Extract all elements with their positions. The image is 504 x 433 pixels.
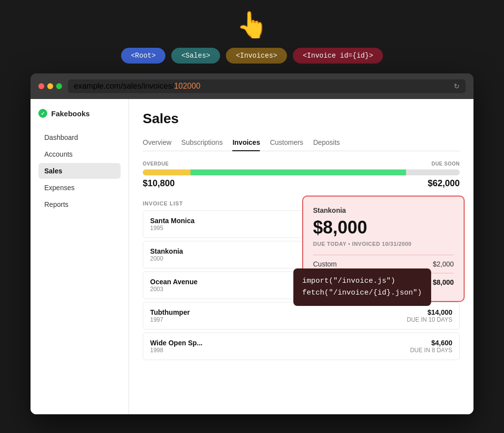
invoice-amount: $4,600 — [410, 339, 452, 347]
address-bar[interactable]: example.com/sales/invoices/102000 ↻ — [68, 79, 466, 93]
browser-window: example.com/sales/invoices/102000 ↻ ✓ Fa… — [31, 73, 473, 414]
invoice-amount: $14,000 — [407, 308, 452, 316]
invoice-name: Wide Open Sp... — [150, 339, 202, 347]
code-tooltip: import("/invoice.js") fetch("/invoice/{i… — [293, 268, 431, 306]
detail-amount: $8,000 — [313, 217, 454, 238]
page-title: Sales — [143, 111, 460, 127]
tab-overview[interactable]: Overview — [143, 134, 171, 151]
progress-amounts: $10,800 $62,000 — [143, 178, 460, 189]
breadcrumb-invoice-id[interactable]: <Invoice id={id}> — [293, 48, 383, 64]
overdue-label: OVERDUE — [143, 161, 169, 167]
sidebar-item-reports[interactable]: Reports — [38, 197, 121, 212]
invoice-name: Tubthumper — [150, 308, 190, 316]
browser-chrome: example.com/sales/invoices/102000 ↻ — [31, 73, 473, 99]
invoice-status: DUE IN 10 DAYS — [407, 316, 452, 323]
address-normal: example.com/sales/invoices/ — [74, 82, 174, 90]
invoice-year: 1997 — [150, 316, 190, 323]
traffic-light-minimize[interactable] — [47, 83, 53, 89]
sidebar-item-expenses[interactable]: Expenses — [38, 180, 121, 196]
logo-text: Fakebooks — [51, 109, 90, 118]
progress-bar-track — [143, 169, 460, 175]
breadcrumb-root[interactable]: <Root> — [121, 48, 165, 64]
invoice-name: Ocean Avenue — [150, 278, 197, 286]
reload-icon[interactable]: ↻ — [454, 82, 460, 90]
traffic-lights — [38, 83, 62, 89]
progress-section: OVERDUE DUE SOON $10,800 $62,000 — [143, 161, 460, 189]
code-line-2: fetch("/invoice/{id}.json") — [302, 287, 422, 299]
progress-bar-due — [190, 169, 406, 175]
due-soon-amount: $62,000 — [428, 178, 460, 189]
logo-icon: ✓ — [38, 109, 47, 118]
tab-deposits[interactable]: Deposits — [313, 134, 340, 151]
invoice-detail-panel: Stankonia $8,000 DUE TODAY • INVOICED 10… — [302, 196, 465, 302]
tabs: Overview Subscriptions Invoices Customer… — [143, 134, 460, 151]
invoice-list-section: INVOICE LIST Santa Monica 1995 $10,800 O… — [143, 200, 460, 360]
sidebar-logo: ✓ Fakebooks — [38, 109, 121, 118]
invoice-item-tubthumper[interactable]: Tubthumper 1997 $14,000 DUE IN 10 DAYS — [143, 302, 460, 330]
sidebar-item-dashboard[interactable]: Dashboard — [38, 130, 121, 145]
address-text: example.com/sales/invoices/102000 — [74, 82, 200, 91]
invoice-name: Stankonia — [150, 247, 183, 255]
due-soon-label: DUE SOON — [432, 161, 460, 167]
tab-invoices[interactable]: Invoices — [232, 134, 260, 151]
sidebar-item-sales[interactable]: Sales — [38, 163, 121, 179]
invoice-year: 1995 — [150, 225, 194, 232]
sidebar: ✓ Fakebooks Dashboard Accounts Sales Exp… — [31, 99, 129, 414]
invoice-year: 2000 — [150, 255, 183, 262]
invoice-year: 1998 — [150, 347, 202, 354]
sidebar-nav: Dashboard Accounts Sales Expenses Report… — [38, 130, 121, 212]
tab-subscriptions[interactable]: Subscriptions — [181, 134, 222, 151]
progress-labels: OVERDUE DUE SOON — [143, 161, 460, 167]
route-breadcrumbs: <Root> <Sales> <Invoices> <Invoice id={i… — [121, 48, 383, 64]
traffic-light-close[interactable] — [38, 83, 44, 89]
tab-customers[interactable]: Customers — [270, 134, 303, 151]
detail-customer: Stankonia — [313, 206, 454, 214]
address-highlight: 102000 — [174, 82, 200, 90]
main-content: Sales Overview Subscriptions Invoices Cu… — [129, 99, 473, 414]
invoice-year: 2003 — [150, 286, 197, 293]
app-content: ✓ Fakebooks Dashboard Accounts Sales Exp… — [31, 99, 473, 414]
finger-emoji: 👆 — [236, 10, 268, 40]
invoice-name: Santa Monica — [150, 217, 194, 225]
breadcrumb-sales[interactable]: <Sales> — [171, 48, 220, 64]
progress-bar-overdue — [143, 169, 190, 175]
traffic-light-maximize[interactable] — [56, 83, 62, 89]
detail-meta: DUE TODAY • INVOICED 10/31/2000 — [313, 241, 454, 247]
overdue-amount: $10,800 — [143, 178, 175, 189]
breadcrumb-invoices[interactable]: <Invoices> — [226, 48, 287, 64]
code-line-1: import("/invoice.js") — [302, 275, 422, 287]
invoice-status: DUE IN 8 DAYS — [410, 347, 452, 354]
invoice-item-wide-open[interactable]: Wide Open Sp... 1998 $4,600 DUE IN 8 DAY… — [143, 333, 460, 360]
sidebar-item-accounts[interactable]: Accounts — [38, 146, 121, 162]
